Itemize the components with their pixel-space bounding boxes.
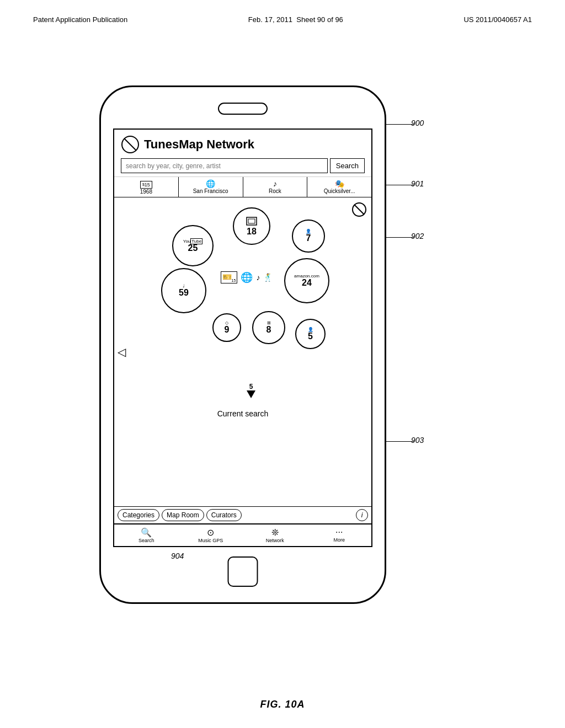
bubble-amazon-num: 24 [302, 279, 312, 287]
city-icon: 🌐 [180, 179, 242, 188]
ref-line-903 [386, 441, 414, 442]
more-icon: ··· [308, 527, 371, 537]
ref-901: 901 [411, 179, 424, 188]
city-label: San Francisco [180, 188, 242, 194]
bubble-cloud: YouTube 25 18 [131, 197, 371, 407]
bubble-5[interactable]: 👤 5 [295, 319, 326, 349]
bubble-59-num: 59 [179, 288, 189, 297]
arrow-num: 5 [247, 383, 255, 390]
bubble-7-num: 7 [306, 234, 311, 243]
bubble-8-num: 8 [266, 325, 271, 334]
phone-body: TunesMap Network Search $15 [99, 85, 386, 604]
year-icon: $15 [115, 179, 177, 189]
bubble-youtube-num: 25 [188, 244, 198, 253]
nav-network-label: Network [266, 538, 284, 543]
middle-section: ◁ YouTube 25 [114, 197, 371, 506]
info-button[interactable]: i [356, 509, 368, 521]
musicgps-icon: ⊙ [180, 527, 242, 538]
app-logo [121, 135, 140, 154]
center-icons: 🎫15 🌐 ♪ 🕺 [219, 258, 274, 297]
filter-genre[interactable]: ♪ Rock [243, 177, 308, 197]
title-row: TunesMap Network [121, 135, 365, 154]
patent-header: Patent Application Publication Feb. 17, … [33, 15, 532, 24]
nav-more[interactable]: ··· More [307, 524, 372, 546]
bottom-nav: 🔍 Search ⊙ Music GPS ❊ Network ··· More [114, 524, 371, 546]
bubble-youtube[interactable]: YouTube 25 [172, 225, 214, 266]
phone-device: TunesMap Network Search $15 [99, 85, 386, 604]
tab-maproom[interactable]: Map Room [162, 509, 204, 521]
header-right: US 2011/0040657 A1 [463, 15, 532, 24]
filter-city[interactable]: 🌐 San Francisco [179, 177, 243, 197]
nav-more-label: More [333, 537, 345, 543]
artist-label: Quicksilver... [308, 188, 370, 194]
tab-categories[interactable]: Categories [118, 509, 159, 521]
ref-902: 902 [411, 232, 424, 240]
bubble-59[interactable]: ♩ 59 [161, 268, 206, 313]
search-button[interactable]: Search [330, 158, 365, 173]
ref-line-902 [386, 237, 414, 238]
app-title: TunesMap Network [144, 137, 254, 152]
bubble-18-num: 18 [247, 227, 257, 236]
svg-line-1 [124, 138, 136, 151]
tab-curators[interactable]: Curators [206, 509, 242, 521]
back-button[interactable]: ◁ [118, 345, 126, 358]
phone-screen: TunesMap Network Search $15 [113, 129, 372, 547]
figure-label: FIG. 10A [260, 699, 305, 710]
nav-search-label: Search [138, 538, 154, 543]
app-header: TunesMap Network Search [114, 130, 371, 177]
header-left: Patent Application Publication [33, 15, 127, 24]
header-middle: Feb. 17, 2011 Sheet 90 of 96 [248, 15, 343, 24]
nav-network[interactable]: ❊ Network [243, 524, 307, 546]
genre-label: Rock [244, 188, 306, 194]
bubble-18[interactable]: 18 [233, 207, 270, 245]
phone-earpiece [218, 103, 268, 115]
arrow-area: 5 [247, 383, 255, 398]
bubble-amazon[interactable]: amazon.com 24 [284, 258, 329, 303]
svg-rect-5 [248, 219, 255, 223]
tabs-row: Categories Map Room Curators i [114, 506, 371, 524]
year-label: 1968 [115, 189, 177, 195]
search-input[interactable] [121, 158, 328, 173]
ref-904: 904 [171, 552, 184, 560]
year-badge: $15 [140, 181, 152, 189]
bubble-7[interactable]: 👤 7 [292, 220, 325, 253]
filter-bar: $15 1968 🌐 San Francisco ♪ Rock [114, 177, 371, 197]
artist-icon: 🎭 [308, 179, 370, 188]
search-row: Search [121, 158, 365, 173]
screen-content: TunesMap Network Search $15 [114, 130, 371, 546]
bubble-8[interactable]: ⊞ 8 [252, 311, 285, 344]
icon-person2: 🕺 [263, 273, 273, 282]
current-search-label: Current search [114, 409, 371, 418]
bubble-9[interactable]: ◇ 9 [212, 313, 241, 342]
bubble-18-icon [246, 216, 258, 227]
ref-line-901 [386, 185, 414, 185]
filter-year[interactable]: $15 1968 [114, 177, 179, 197]
ref-903: 903 [411, 436, 424, 445]
home-button[interactable] [228, 556, 258, 587]
filter-artist[interactable]: 🎭 Quicksilver... [307, 177, 371, 197]
ref-line-900 [386, 124, 414, 125]
nav-search[interactable]: 🔍 Search [114, 524, 179, 546]
search-icon: 🔍 [115, 527, 178, 538]
ref-900: 900 [411, 119, 424, 127]
genre-icon: ♪ [244, 179, 306, 188]
icon-music2: ♪ [256, 273, 260, 282]
bubble-9-num: 9 [225, 325, 230, 334]
icon-ticket: 🎫15 [221, 271, 238, 283]
bubble-5-num: 5 [308, 332, 313, 341]
icon-globe2: 🌐 [241, 271, 253, 283]
nav-musicgps[interactable]: ⊙ Music GPS [179, 524, 243, 546]
nav-musicgps-label: Music GPS [198, 538, 223, 543]
arrow-icon [247, 390, 255, 398]
network-icon: ❊ [244, 527, 306, 538]
